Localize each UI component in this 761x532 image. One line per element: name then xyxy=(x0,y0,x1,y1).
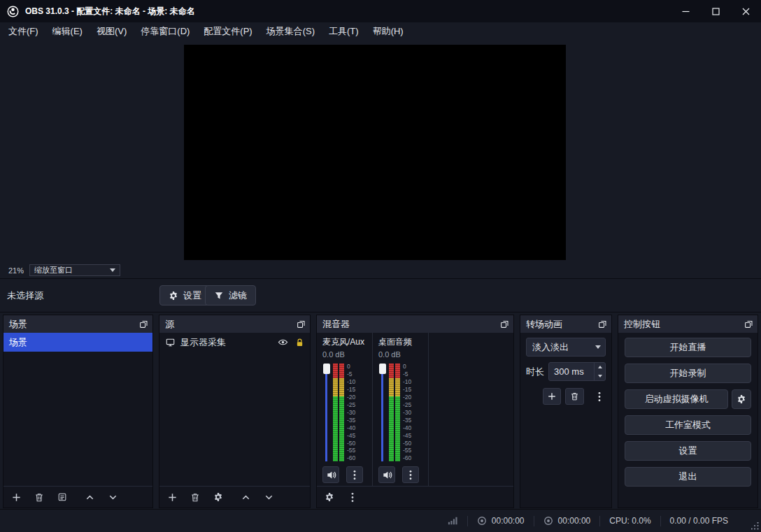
mute-button[interactable] xyxy=(378,466,395,483)
move-scene-down-button[interactable] xyxy=(106,491,119,503)
plus-icon xyxy=(167,492,178,503)
menu-scene-collection[interactable]: 场景集合(S) xyxy=(259,22,322,41)
scene-list-item[interactable]: 场景 xyxy=(3,333,152,352)
scene-filters-button[interactable] xyxy=(56,491,69,503)
scenes-dock-header[interactable]: 场景 xyxy=(3,315,152,333)
eye-visible-icon[interactable] xyxy=(278,337,288,347)
transitions-dock-header[interactable]: 转场动画 xyxy=(520,315,611,333)
popout-dock-icon[interactable] xyxy=(500,319,509,329)
channel-options-button[interactable] xyxy=(402,466,419,483)
start-virtual-camera-button[interactable]: 启动虚拟摄像机 xyxy=(625,389,728,409)
chevron-up-icon xyxy=(598,366,602,368)
menu-edit[interactable]: 编辑(E) xyxy=(45,22,90,41)
scale-tick: -15 xyxy=(403,387,411,393)
minimize-button[interactable] xyxy=(671,0,701,22)
studio-mode-button[interactable]: 工作室模式 xyxy=(625,415,751,435)
scale-tick: -5 xyxy=(347,371,355,378)
transition-select[interactable]: 淡入淡出 xyxy=(526,338,606,357)
settings-button[interactable]: 设置 xyxy=(625,441,751,461)
remove-scene-button[interactable] xyxy=(33,491,45,503)
virtual-camera-config-button[interactable] xyxy=(732,389,751,409)
popout-dock-icon[interactable] xyxy=(297,319,306,329)
zoom-mode-select[interactable]: 缩放至窗口 xyxy=(29,264,120,276)
popout-dock-icon[interactable] xyxy=(744,319,753,329)
fader-handle[interactable] xyxy=(379,364,386,374)
mixer-dock-title: 混音器 xyxy=(322,318,350,331)
source-properties-button[interactable]: 设置 xyxy=(159,285,211,305)
volume-meter: 0 -5 -10 -15 -20 -25 -30 -35 -40 -45 -50… xyxy=(322,364,372,461)
fader-track xyxy=(381,365,383,461)
plus-icon xyxy=(547,391,557,401)
menu-docks[interactable]: 停靠窗口(D) xyxy=(134,22,197,41)
stream-status-icon xyxy=(477,516,487,526)
maximize-button[interactable] xyxy=(701,0,731,22)
close-button[interactable] xyxy=(731,0,761,22)
kebab-icon xyxy=(598,391,601,402)
kebab-icon xyxy=(409,470,412,480)
menu-tools[interactable]: 工具(T) xyxy=(322,22,366,41)
trash-icon xyxy=(34,492,44,503)
gear-icon xyxy=(169,291,178,301)
start-streaming-button[interactable]: 开始直播 xyxy=(625,338,751,357)
source-list-item[interactable]: 显示器采集 xyxy=(159,333,310,352)
remove-source-button[interactable] xyxy=(189,491,201,503)
scale-tick: -25 xyxy=(347,402,355,408)
scale-tick: -45 xyxy=(403,433,411,439)
obs-main-window: OBS 31.0.3 - 配置文件: 未命名 - 场景: 未命名 文件(F) 编… xyxy=(0,0,761,532)
scale-tick: -20 xyxy=(403,394,411,401)
mute-button[interactable] xyxy=(322,466,339,483)
channel-name: 桌面音频 xyxy=(378,336,428,348)
scenes-list: 场景 xyxy=(3,333,152,486)
mixer-settings-button[interactable] xyxy=(323,491,336,503)
spin-down-button[interactable] xyxy=(595,372,605,381)
source-filters-button[interactable]: 滤镜 xyxy=(205,285,256,305)
fader-handle[interactable] xyxy=(323,364,330,374)
menu-profile[interactable]: 配置文件(P) xyxy=(197,22,259,41)
sources-dock-header[interactable]: 源 xyxy=(159,315,310,333)
chevron-down-icon xyxy=(598,375,602,378)
mixer-options-button[interactable] xyxy=(346,491,359,503)
scale-tick: -20 xyxy=(347,394,355,401)
stream-timer: 00:00:00 xyxy=(468,516,534,526)
channel-options-button[interactable] xyxy=(346,466,363,483)
preview-canvas[interactable] xyxy=(184,45,566,260)
menu-help[interactable]: 帮助(H) xyxy=(366,22,411,41)
scene-filters-icon xyxy=(57,492,67,502)
start-virtual-camera-label: 启动虚拟摄像机 xyxy=(645,393,709,405)
move-scene-up-button[interactable] xyxy=(83,491,96,503)
scenes-dock-title: 场景 xyxy=(9,318,27,331)
meter-bars xyxy=(333,364,344,461)
spin-up-button[interactable] xyxy=(595,363,605,372)
meter-yellow-zone xyxy=(339,378,344,396)
channel-volume-db: 0.0 dB xyxy=(322,350,372,359)
transition-options-button[interactable] xyxy=(594,388,606,405)
duration-spinbox[interactable]: 300 ms xyxy=(548,362,606,381)
menu-view[interactable]: 视图(V) xyxy=(90,22,134,41)
popout-dock-icon[interactable] xyxy=(598,319,607,329)
volume-meter: 0 -5 -10 -15 -20 -25 -30 -35 -40 -45 -50… xyxy=(378,364,428,461)
resize-grip[interactable] xyxy=(751,522,759,530)
channel-buttons xyxy=(322,466,372,483)
start-recording-button[interactable]: 开始录制 xyxy=(625,364,751,383)
channel-buttons xyxy=(378,466,428,483)
add-scene-button[interactable] xyxy=(10,491,22,503)
scale-tick: -35 xyxy=(347,417,355,424)
add-transition-button[interactable] xyxy=(543,388,561,405)
move-source-up-button[interactable] xyxy=(239,491,252,503)
controls-dock-header[interactable]: 控制按钮 xyxy=(618,315,758,333)
mixer-dock-header[interactable]: 混音器 xyxy=(317,315,513,333)
source-properties-toolbar-button[interactable] xyxy=(212,491,225,503)
transitions-dock: 转场动画 淡入淡出 时长 300 ms xyxy=(520,315,612,508)
controls-dock-title: 控制按钮 xyxy=(624,318,660,331)
add-source-button[interactable] xyxy=(166,491,178,503)
meter-red-zone xyxy=(333,364,338,378)
exit-button[interactable]: 退出 xyxy=(625,467,751,487)
zoom-percent-label: 21% xyxy=(8,266,24,275)
remove-transition-button[interactable] xyxy=(565,388,583,405)
popout-dock-icon[interactable] xyxy=(139,319,148,329)
lock-icon[interactable] xyxy=(295,338,304,347)
scale-tick: -30 xyxy=(347,410,355,416)
move-source-down-button[interactable] xyxy=(262,491,275,503)
menu-file[interactable]: 文件(F) xyxy=(1,22,45,41)
scale-tick: -15 xyxy=(347,387,355,393)
